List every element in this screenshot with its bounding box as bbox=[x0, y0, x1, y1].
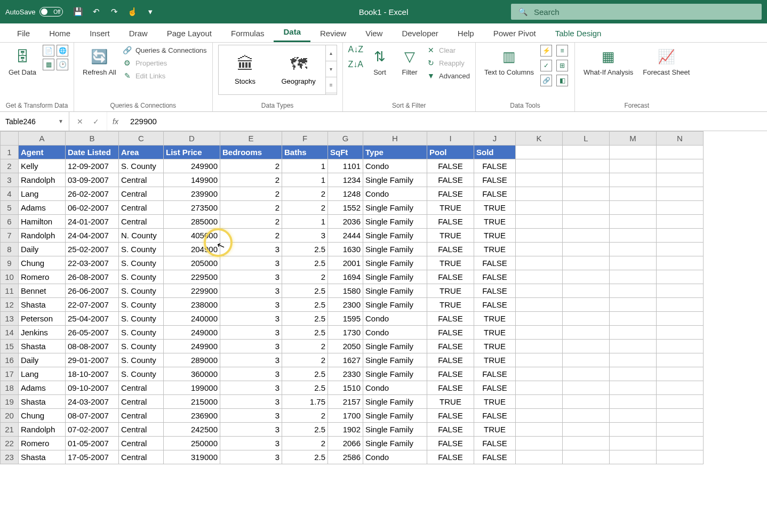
col-header-I[interactable]: I bbox=[427, 132, 474, 146]
cell[interactable]: 2300 bbox=[328, 298, 363, 312]
cell[interactable]: Lang bbox=[19, 367, 66, 381]
cell[interactable] bbox=[516, 367, 563, 381]
cell[interactable]: Single Family bbox=[363, 409, 427, 423]
row-header-6[interactable]: 6 bbox=[1, 215, 19, 229]
cell[interactable] bbox=[657, 229, 704, 243]
cell[interactable]: S. County bbox=[119, 353, 164, 367]
cell[interactable] bbox=[516, 353, 563, 367]
cell[interactable]: 07-02-2007 bbox=[66, 423, 119, 437]
cell[interactable]: S. County bbox=[119, 298, 164, 312]
row-header-2[interactable]: 2 bbox=[1, 159, 19, 173]
row-header-23[interactable]: 23 bbox=[1, 450, 19, 464]
cell[interactable]: FALSE bbox=[427, 423, 474, 437]
cell[interactable]: Hamilton bbox=[19, 215, 66, 229]
cell[interactable] bbox=[610, 340, 657, 353]
cell[interactable]: FALSE bbox=[474, 450, 516, 464]
search-box[interactable]: 🔍 Search bbox=[511, 4, 762, 20]
row-header-22[interactable]: 22 bbox=[1, 437, 19, 450]
cell[interactable] bbox=[563, 146, 610, 159]
cell[interactable]: Condo bbox=[363, 312, 427, 326]
cell[interactable]: TRUE bbox=[474, 423, 516, 437]
cell[interactable]: 3 bbox=[220, 284, 282, 298]
cell[interactable]: Bennet bbox=[19, 284, 66, 298]
cancel-formula-icon[interactable]: ✕ bbox=[77, 117, 83, 126]
cell[interactable]: 1627 bbox=[328, 353, 363, 367]
cell[interactable] bbox=[610, 284, 657, 298]
consolidate-icon[interactable]: ⊞ bbox=[556, 60, 568, 71]
cell[interactable]: 2.5 bbox=[282, 298, 328, 312]
cell[interactable] bbox=[516, 256, 563, 270]
tab-page-layout[interactable]: Page Layout bbox=[157, 25, 221, 42]
cell[interactable]: TRUE bbox=[427, 229, 474, 243]
cell[interactable]: 2444 bbox=[328, 229, 363, 243]
cell[interactable]: 2 bbox=[282, 340, 328, 353]
table-header-area[interactable]: Area bbox=[119, 146, 164, 159]
cell[interactable]: 3 bbox=[220, 340, 282, 353]
cell[interactable] bbox=[610, 423, 657, 437]
cell[interactable]: Single Family bbox=[363, 173, 427, 187]
cell[interactable]: 08-08-2007 bbox=[66, 340, 119, 353]
cell[interactable]: 3 bbox=[220, 423, 282, 437]
cell[interactable]: Single Family bbox=[363, 215, 427, 229]
cell[interactable]: 229900 bbox=[164, 284, 220, 298]
cell[interactable] bbox=[563, 353, 610, 367]
cell[interactable] bbox=[516, 201, 563, 215]
cell[interactable] bbox=[563, 381, 610, 395]
cell[interactable]: 2 bbox=[282, 353, 328, 367]
relationships-icon[interactable]: 🔗 bbox=[540, 75, 552, 86]
cell[interactable]: S. County bbox=[119, 159, 164, 173]
cell[interactable] bbox=[516, 340, 563, 353]
cell[interactable]: Condo bbox=[363, 326, 427, 340]
cell[interactable]: 2 bbox=[220, 201, 282, 215]
cell[interactable]: FALSE bbox=[427, 367, 474, 381]
cell[interactable]: 17-05-2007 bbox=[66, 450, 119, 464]
cell[interactable]: Condo bbox=[363, 159, 427, 173]
cell[interactable] bbox=[657, 146, 704, 159]
cell[interactable]: 1 bbox=[282, 173, 328, 187]
cell[interactable]: S. County bbox=[119, 367, 164, 381]
cell[interactable]: 360000 bbox=[164, 367, 220, 381]
cell[interactable]: 09-10-2007 bbox=[66, 381, 119, 395]
cell[interactable] bbox=[516, 229, 563, 243]
cell[interactable]: 2 bbox=[220, 187, 282, 201]
cell[interactable]: Jenkins bbox=[19, 326, 66, 340]
cell[interactable]: FALSE bbox=[474, 284, 516, 298]
cell[interactable]: TRUE bbox=[474, 215, 516, 229]
row-header-5[interactable]: 5 bbox=[1, 201, 19, 215]
cell[interactable]: 2.5 bbox=[282, 326, 328, 340]
tab-insert[interactable]: Insert bbox=[80, 25, 119, 42]
cell[interactable] bbox=[563, 326, 610, 340]
cell[interactable] bbox=[610, 146, 657, 159]
cell[interactable]: TRUE bbox=[474, 395, 516, 409]
cell[interactable] bbox=[516, 215, 563, 229]
cell[interactable]: Central bbox=[119, 173, 164, 187]
cell[interactable]: FALSE bbox=[427, 159, 474, 173]
cell[interactable]: Adams bbox=[19, 381, 66, 395]
cell[interactable]: FALSE bbox=[474, 437, 516, 450]
cell[interactable] bbox=[563, 173, 610, 187]
cell[interactable] bbox=[563, 284, 610, 298]
cell[interactable] bbox=[563, 256, 610, 270]
cell[interactable]: Single Family bbox=[363, 340, 427, 353]
table-header-agent[interactable]: Agent bbox=[19, 146, 66, 159]
save-icon[interactable]: 💾 bbox=[73, 6, 83, 17]
cell[interactable] bbox=[657, 367, 704, 381]
cell[interactable]: 1902 bbox=[328, 423, 363, 437]
what-if-button[interactable]: ▦ What-If Analysis bbox=[580, 45, 636, 78]
cell[interactable]: 2036 bbox=[328, 215, 363, 229]
cell[interactable]: Adams bbox=[19, 201, 66, 215]
tab-table-design[interactable]: Table Design bbox=[546, 25, 611, 42]
cell[interactable]: Single Family bbox=[363, 270, 427, 284]
cell[interactable] bbox=[610, 298, 657, 312]
cell[interactable]: 3 bbox=[220, 381, 282, 395]
row-header-10[interactable]: 10 bbox=[1, 270, 19, 284]
cell[interactable]: 24-01-2007 bbox=[66, 215, 119, 229]
tab-view[interactable]: View bbox=[356, 25, 392, 42]
cell[interactable] bbox=[657, 450, 704, 464]
cell[interactable]: 1101 bbox=[328, 159, 363, 173]
cell[interactable]: Single Family bbox=[363, 353, 427, 367]
cell[interactable]: 01-05-2007 bbox=[66, 437, 119, 450]
cell[interactable]: 2 bbox=[282, 270, 328, 284]
cell[interactable] bbox=[657, 173, 704, 187]
cell[interactable]: FALSE bbox=[474, 367, 516, 381]
